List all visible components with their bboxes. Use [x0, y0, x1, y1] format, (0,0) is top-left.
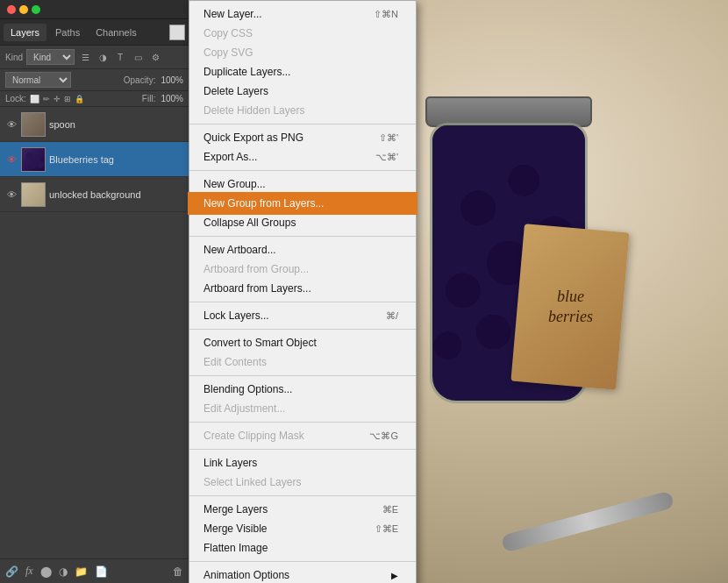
fx-icon[interactable]: fx	[25, 565, 33, 578]
layer-thumbnail	[21, 147, 46, 172]
opacity-value: 100%	[161, 75, 183, 85]
new-layer-icon[interactable]: 📄	[95, 565, 108, 578]
opacity-label: Opacity:	[124, 75, 156, 85]
layers-list: 👁 spoon 👁 Blueberries tag 👁 unlocked bac…	[0, 107, 189, 558]
visibility-icon[interactable]: 👁	[5, 189, 18, 200]
panel-title-bar	[0, 0, 189, 19]
link-layers-icon[interactable]: 🔗	[5, 565, 18, 578]
tab-channels[interactable]: Channels	[89, 24, 143, 41]
panel-toolbar: 🔗 fx ⬤ ◑ 📁 📄 🗑	[0, 558, 189, 583]
lock-all-icon[interactable]: 🔒	[75, 95, 84, 103]
pixel-filter-icon[interactable]: ☰	[78, 50, 92, 64]
layer-thumbnail	[21, 112, 46, 137]
adjustment-icon[interactable]: ◑	[59, 565, 68, 578]
menu-item-artboard-from-group[interactable]: Artboard from Group...	[189, 260, 416, 279]
layers-panel: Layers Paths Channels Kind Kind ☰ ◑ T ▭ …	[0, 0, 189, 583]
layer-item[interactable]: 👁 Blueberries tag	[0, 142, 189, 177]
menu-separator	[189, 561, 416, 562]
layer-thumbnail	[21, 182, 46, 207]
kind-label: Kind	[5, 53, 23, 62]
maximize-button[interactable]	[32, 5, 40, 14]
menu-item-merge-visible[interactable]: Merge Visible ⇧⌘E	[189, 519, 416, 538]
tab-layers[interactable]: Layers	[4, 24, 46, 41]
menu-item-blending-options[interactable]: Blending Options...	[189, 380, 416, 399]
menu-item-link-layers[interactable]: Link Layers	[189, 453, 416, 473]
fill-value: 100%	[161, 94, 183, 103]
lock-image-icon[interactable]: ✏	[43, 95, 50, 103]
minimize-button[interactable]	[19, 5, 28, 14]
layer-item[interactable]: 👁 spoon	[0, 107, 189, 142]
layer-item[interactable]: 👁 unlocked background	[0, 177, 189, 212]
panel-menu-icon[interactable]	[169, 25, 185, 40]
jar-image: blueberries	[395, 70, 640, 491]
menu-separator	[189, 329, 416, 330]
blend-mode-select[interactable]: Normal	[5, 72, 71, 88]
layer-name: Blueberries tag	[49, 154, 183, 165]
menu-item-lock-layers[interactable]: Lock Layers... ⌘/	[189, 306, 416, 325]
menu-item-new-layer[interactable]: New Layer... ⇧⌘N	[189, 4, 416, 24]
tag-text: blueberries	[548, 287, 593, 328]
menu-item-delete-layers[interactable]: Delete Layers	[189, 82, 416, 101]
context-menu: New Layer... ⇧⌘N Copy CSS Copy SVG Dupli…	[189, 0, 417, 583]
menu-item-edit-adjustment[interactable]: Edit Adjustment...	[189, 399, 416, 418]
menu-item-flatten-image[interactable]: Flatten Image	[189, 538, 416, 558]
menu-item-new-group-from-layers[interactable]: New Group from Layers...	[189, 194, 416, 213]
menu-item-collapse-all-groups[interactable]: Collapse All Groups	[189, 213, 416, 232]
menu-item-delete-hidden[interactable]: Delete Hidden Layers	[189, 101, 416, 120]
adjustment-filter-icon[interactable]: ◑	[96, 50, 110, 64]
close-button[interactable]	[7, 5, 16, 14]
mode-opacity-row: Normal Opacity: 100%	[0, 69, 189, 91]
menu-separator	[189, 422, 416, 423]
menu-item-merge-layers[interactable]: Merge Layers ⌘E	[189, 500, 416, 519]
type-filter-icon[interactable]: T	[113, 50, 127, 64]
menu-item-animation-options[interactable]: Animation Options ▶	[189, 565, 416, 583]
lock-position-icon[interactable]: ✛	[54, 95, 61, 103]
menu-item-create-clipping-mask[interactable]: Create Clipping Mask ⌥⌘G	[189, 426, 416, 445]
jar-tag: blueberries	[510, 224, 629, 390]
layer-name: spoon	[49, 119, 183, 130]
menu-item-copy-svg[interactable]: Copy SVG	[189, 43, 416, 62]
fill-label: Fill:	[142, 94, 156, 103]
menu-item-new-artboard[interactable]: New Artboard...	[189, 240, 416, 260]
menu-separator	[189, 124, 416, 124]
submenu-arrow: ▶	[391, 571, 398, 580]
kind-select[interactable]: Kind	[26, 49, 75, 65]
kind-filter-row: Kind Kind ☰ ◑ T ▭ ⚙	[0, 46, 189, 69]
lock-transparent-icon[interactable]: ⬜	[30, 95, 39, 103]
menu-separator	[189, 449, 416, 450]
lock-fill-row: Lock: ⬜ ✏ ✛ ⊞ 🔒 Fill: 100%	[0, 91, 189, 107]
lock-label: Lock:	[5, 94, 26, 103]
panel-tabs: Layers Paths Channels	[0, 19, 189, 46]
new-group-icon[interactable]: 📁	[75, 565, 88, 578]
menu-item-convert-smart[interactable]: Convert to Smart Object	[189, 333, 416, 352]
menu-separator	[189, 302, 416, 302]
shape-filter-icon[interactable]: ▭	[131, 50, 145, 64]
menu-separator	[189, 170, 416, 171]
menu-separator	[189, 236, 416, 237]
smart-filter-icon[interactable]: ⚙	[148, 50, 162, 64]
menu-item-copy-css[interactable]: Copy CSS	[189, 24, 416, 43]
delete-layer-icon[interactable]: 🗑	[173, 565, 183, 578]
visibility-icon[interactable]: 👁	[5, 154, 18, 165]
menu-item-select-linked[interactable]: Select Linked Layers	[189, 473, 416, 492]
menu-separator	[189, 375, 416, 376]
visibility-icon[interactable]: 👁	[5, 119, 18, 130]
lock-icons: ⬜ ✏ ✛ ⊞ 🔒	[30, 95, 84, 103]
menu-separator	[189, 495, 416, 496]
tab-paths[interactable]: Paths	[48, 24, 87, 41]
menu-item-edit-contents[interactable]: Edit Contents	[189, 352, 416, 372]
menu-item-artboard-from-layers[interactable]: Artboard from Layers...	[189, 279, 416, 298]
menu-item-export-as[interactable]: Export As... ⌥⌘'	[189, 147, 416, 167]
lock-artboard-icon[interactable]: ⊞	[64, 95, 71, 103]
menu-item-new-group[interactable]: New Group...	[189, 174, 416, 194]
mask-icon[interactable]: ⬤	[40, 565, 52, 578]
menu-item-quick-export[interactable]: Quick Export as PNG ⇧⌘'	[189, 128, 416, 147]
menu-item-duplicate-layers[interactable]: Duplicate Layers...	[189, 62, 416, 82]
layer-name: unlocked background	[49, 189, 183, 200]
